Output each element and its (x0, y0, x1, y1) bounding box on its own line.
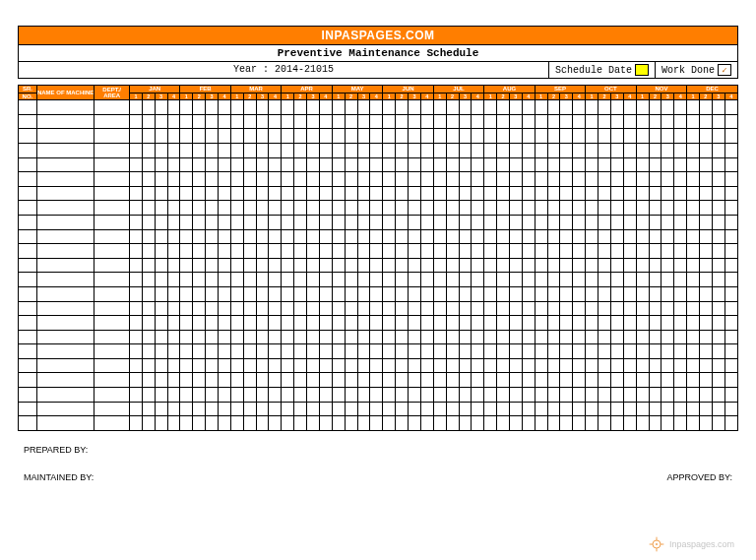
cell (420, 373, 433, 388)
cell (269, 402, 282, 416)
cell (459, 330, 472, 344)
cell (446, 244, 459, 259)
cell (219, 373, 231, 388)
cell (712, 373, 724, 388)
cell (497, 215, 510, 229)
cell (129, 258, 142, 273)
cell (319, 157, 332, 172)
cell (649, 114, 662, 129)
cell (674, 172, 687, 187)
cell (598, 344, 611, 359)
cell (446, 143, 459, 157)
cell (712, 258, 724, 273)
cell (623, 186, 636, 201)
cell (307, 215, 320, 229)
cell (472, 114, 484, 129)
year-label: Year : 2014-21015 (19, 62, 548, 78)
cell (370, 416, 383, 431)
cell (396, 273, 409, 287)
cell (256, 344, 269, 359)
cell (256, 273, 269, 287)
cell (193, 114, 206, 129)
cell (535, 273, 547, 287)
cell (243, 388, 256, 403)
cell (610, 201, 623, 216)
cell (94, 316, 130, 331)
cell (36, 388, 94, 403)
cell (724, 172, 737, 187)
cell (535, 373, 547, 388)
cell (573, 402, 586, 416)
cell (535, 316, 547, 331)
cell (167, 229, 180, 244)
cell (332, 358, 345, 373)
cell (180, 358, 193, 373)
cell (332, 286, 345, 301)
cell (345, 129, 357, 144)
cell (256, 358, 269, 373)
cell (724, 344, 737, 359)
cell (484, 229, 497, 244)
cell (219, 358, 231, 373)
cell (484, 316, 497, 331)
col-week: 4 (167, 93, 180, 100)
cell (560, 301, 573, 316)
cell (370, 258, 383, 273)
cell (573, 100, 586, 115)
cell (19, 157, 37, 172)
cell (282, 114, 294, 129)
cell (142, 143, 155, 157)
cell (459, 388, 472, 403)
cell (724, 402, 737, 416)
col-week: 2 (497, 93, 510, 100)
col-week: 2 (649, 93, 662, 100)
cell (484, 273, 497, 287)
cell (256, 402, 269, 416)
table-row (19, 244, 738, 259)
cell (598, 215, 611, 229)
cell (446, 344, 459, 359)
cell (433, 229, 446, 244)
cell (155, 129, 167, 144)
cell (357, 114, 370, 129)
cell (598, 373, 611, 388)
cell (687, 114, 700, 129)
cell (522, 330, 535, 344)
cell (167, 301, 180, 316)
cell (129, 186, 142, 201)
cell (142, 316, 155, 331)
cell (383, 330, 396, 344)
cell (484, 129, 497, 144)
col-month: AUG (484, 86, 535, 93)
cell (357, 316, 370, 331)
cell (319, 358, 332, 373)
cell (712, 143, 724, 157)
cell (674, 157, 687, 172)
maintained-by-label: MAINTAINED BY: (24, 472, 94, 482)
cell (396, 402, 409, 416)
cell (94, 301, 130, 316)
cell (712, 344, 724, 359)
cell (332, 344, 345, 359)
cell (294, 114, 307, 129)
cell (636, 244, 649, 259)
cell (598, 114, 611, 129)
cell (256, 244, 269, 259)
cell (269, 301, 282, 316)
cell (167, 114, 180, 129)
cell (509, 344, 522, 359)
cell (662, 244, 674, 259)
cell (230, 201, 243, 216)
cell (420, 186, 433, 201)
col-week: 3 (409, 93, 421, 100)
cell (699, 301, 712, 316)
cell (167, 286, 180, 301)
cell (712, 316, 724, 331)
cell (724, 373, 737, 388)
cell (36, 100, 94, 115)
cell (269, 258, 282, 273)
cell (319, 229, 332, 244)
cell (370, 402, 383, 416)
cell (206, 301, 219, 316)
cell (383, 244, 396, 259)
